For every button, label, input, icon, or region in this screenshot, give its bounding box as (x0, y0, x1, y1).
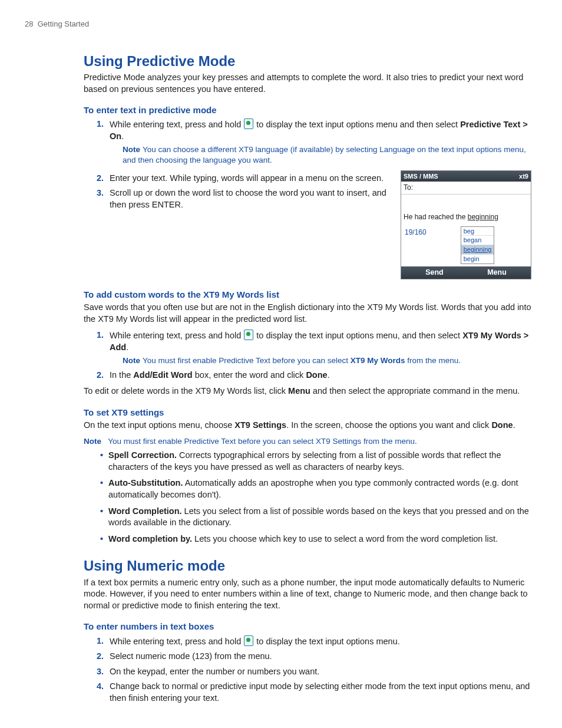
outro-text: and then select the appropriate command … (310, 386, 520, 396)
intro-bold: Done (491, 420, 513, 430)
phone-input-indicator: xt9 (519, 172, 528, 181)
heading-xt9-settings: To set XT9 settings (84, 407, 531, 419)
phone-titlebar: SMS / MMS xt9 (401, 171, 531, 182)
list-enter-predictive-cont: 2.Enter your text. While typing, words w… (97, 173, 394, 211)
step-text: to display the text input options menu a… (254, 120, 460, 129)
phone-title: SMS / MMS (404, 172, 438, 181)
phone-typed-underline: beginning (468, 213, 498, 221)
note-text: You must first enable Predictive Text be… (108, 437, 417, 446)
intro-text: . In the screen, choose the options you … (286, 420, 491, 430)
step-text: box, enter the word and click (193, 370, 306, 380)
phone-softkey-bar: Send Menu (401, 266, 531, 279)
bullet-title: Word Completion. (108, 506, 182, 516)
xt9-settings-intro: On the text input options menu, choose X… (84, 420, 531, 431)
phone-prediction-list: beg began beginning begin (461, 226, 495, 264)
phone-prediction-option: begin (461, 255, 494, 263)
step-text: to display the text input options menu, … (254, 331, 462, 340)
list-custom-words: 1. While entering text, press and hold t… (97, 330, 531, 381)
phone-prediction-option: beg (461, 227, 494, 236)
heading-numeric-mode: Using Numeric mode (84, 556, 531, 575)
outro-bold: Menu (288, 386, 310, 396)
phone-prediction-option-selected: beginning (461, 245, 494, 255)
note: NoteYou can choose a different XT9 langu… (123, 144, 531, 165)
list-enter-numbers: 1.While entering text, press and hold to… (97, 635, 531, 704)
custom-words-outro: To edit or delete words in the XT9 My Wo… (84, 386, 531, 397)
bullet-title: Auto-Substitution. (108, 478, 183, 487)
numeric-intro: If a text box permits a numeric entry on… (84, 577, 531, 612)
list-item: 1. While entering text, press and hold t… (97, 118, 531, 165)
step-bold: Add/Edit Word (133, 370, 192, 380)
list-item: 1.While entering text, press and hold to… (97, 635, 531, 648)
section-name: Getting Started (38, 19, 89, 28)
heading-custom-words: To add custom words to the XT9 My Words … (84, 289, 531, 301)
list-enter-predictive: 1. While entering text, press and hold t… (97, 118, 531, 165)
list-item: 2.Enter your text. While typing, words w… (97, 173, 394, 185)
bullet-body: Lets you choose which key to use to sele… (192, 534, 498, 543)
list-item: 2.Select numeric mode (123) from the men… (97, 651, 531, 663)
phone-message-body: He had reached the beginning (401, 195, 531, 226)
step-text: While entering text, press and hold (110, 120, 243, 129)
note-bold: XT9 My Words (351, 356, 405, 365)
bullet-title: Word completion by. (108, 534, 192, 543)
note: Note You must first enable Predictive Te… (84, 436, 531, 447)
step-text: Scroll up or down the word list to choos… (110, 188, 386, 209)
phone-screenshot: SMS / MMS xt9 To: He had reached the beg… (401, 170, 531, 279)
list-item: 3.Scroll up or down the word list to cho… (97, 187, 394, 210)
intro-bold: XT9 Settings (234, 420, 286, 430)
list-item: 3.On the keypad, enter the number or num… (97, 666, 531, 678)
note-text: You must first enable Predictive Text be… (143, 356, 351, 365)
outro-text: To edit or delete words in the XT9 My Wo… (84, 386, 288, 396)
page-content: Using Predictive Mode Predictive Mode an… (84, 52, 531, 704)
custom-words-intro: Save words that you often use but are no… (84, 302, 531, 325)
list-item: Spell Correction. Corrects typographical… (100, 450, 531, 473)
intro-text: On the text input options menu, choose (84, 420, 234, 430)
page-header: 28 Getting Started (25, 19, 537, 29)
step-text: . (126, 342, 128, 352)
phone-char-count: 19/160 (401, 226, 430, 238)
step-text: Change back to normal or predictive inpu… (110, 681, 530, 703)
phone-softkey-menu: Menu (487, 268, 507, 278)
list-item: 2. In the Add/Edit Word box, enter the w… (97, 370, 531, 381)
step-text: On the keypad, enter the number or numbe… (110, 667, 319, 676)
note-label: Note (123, 145, 140, 154)
note-text: from the menu. (405, 356, 461, 365)
note-label: Note (123, 356, 140, 365)
text-input-key-icon (244, 118, 253, 129)
step-text: to display the text input options menu. (254, 637, 399, 646)
list-xt9-options: Spell Correction. Corrects typographical… (100, 450, 531, 545)
step-text: . (328, 370, 330, 380)
intro-text: . (513, 420, 515, 430)
step-text: While entering text, press and hold (110, 331, 243, 340)
step-bold: Done (306, 370, 327, 380)
step-text: . (121, 131, 124, 141)
note-label: Note (84, 437, 101, 446)
list-item: Auto-Substitution. Automatically adds an… (100, 477, 531, 500)
step-text: Enter your text. While typing, words wil… (110, 173, 384, 183)
text-input-key-icon (244, 635, 253, 646)
page-number: 28 (25, 19, 33, 28)
list-item: 4.Change back to normal or predictive in… (97, 681, 531, 704)
step-text: In the (110, 370, 133, 380)
note-text: You can choose a different XT9 language … (123, 145, 526, 164)
list-item: Word completion by. Lets you choose whic… (100, 533, 531, 545)
predictive-intro: Predictive Mode analyzes your key presse… (84, 72, 531, 95)
list-item: 1. While entering text, press and hold t… (97, 330, 531, 366)
step-text: While entering text, press and hold (110, 637, 243, 646)
phone-to-row: To: (401, 182, 531, 194)
heading-enter-numbers: To enter numbers in text boxes (84, 621, 531, 633)
heading-predictive-mode: Using Predictive Mode (84, 52, 531, 71)
step-text: Select numeric mode (123) from the menu. (110, 651, 272, 661)
phone-softkey-send: Send (425, 268, 444, 278)
heading-enter-predictive: To enter text in predictive mode (84, 104, 531, 116)
phone-prediction-option: began (461, 236, 494, 245)
text-input-key-icon (244, 330, 253, 340)
phone-typed-text: He had reached the (404, 213, 468, 221)
note: NoteYou must first enable Predictive Tex… (123, 355, 531, 366)
bullet-title: Spell Correction. (108, 450, 177, 460)
list-item: Word Completion. Lets you select from a … (100, 506, 531, 529)
